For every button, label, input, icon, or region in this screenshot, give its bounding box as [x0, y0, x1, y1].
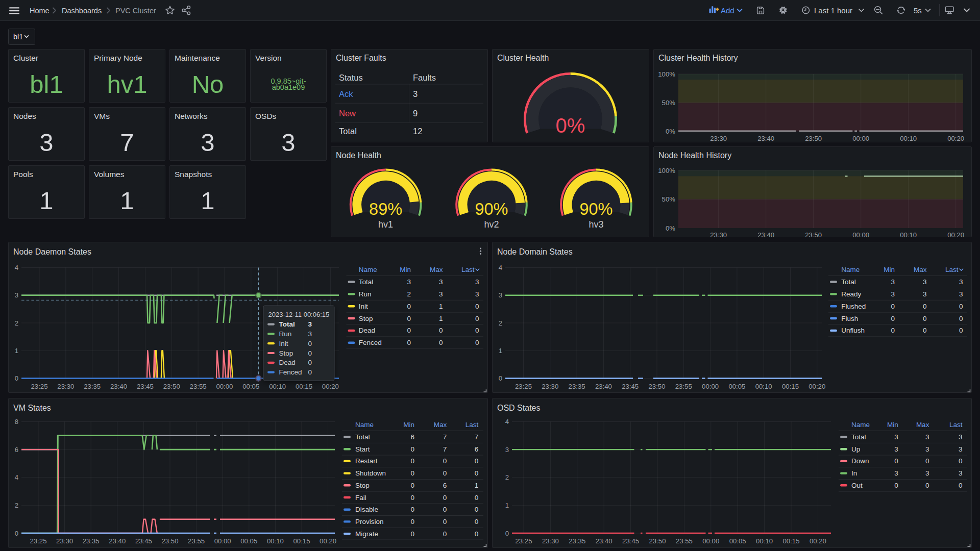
svg-text:Node Health: Node Health [336, 151, 381, 160]
svg-text:5s: 5s [914, 6, 922, 15]
svg-text:00:10: 00:10 [755, 383, 772, 390]
svg-text:23:50: 23:50 [648, 383, 665, 390]
svg-text:0: 0 [443, 518, 447, 525]
svg-text:0: 0 [923, 315, 927, 322]
svg-text:0: 0 [499, 374, 502, 382]
svg-text:3: 3 [281, 129, 295, 156]
svg-text:In: In [851, 469, 857, 477]
svg-text:1: 1 [499, 347, 502, 355]
svg-text:Stop: Stop [355, 482, 370, 489]
svg-text:00:00: 00:00 [852, 135, 869, 142]
svg-text:00:10: 00:10 [756, 537, 773, 545]
svg-text:1: 1 [120, 187, 134, 214]
svg-text:Cluster: Cluster [13, 54, 38, 62]
svg-text:0: 0 [410, 445, 414, 453]
svg-text:23:50: 23:50 [805, 135, 822, 142]
svg-text:7: 7 [475, 433, 479, 441]
svg-text:hv1: hv1 [378, 219, 393, 230]
svg-text:00:05: 00:05 [728, 383, 745, 390]
svg-text:00:15: 00:15 [782, 537, 799, 545]
svg-text:Cluster Health History: Cluster Health History [658, 54, 738, 62]
svg-text:3: 3 [505, 446, 509, 454]
svg-text:0: 0 [308, 340, 312, 347]
svg-text:Name: Name [355, 421, 374, 429]
svg-text:3: 3 [923, 290, 927, 298]
svg-text:0: 0 [410, 482, 414, 489]
svg-text:3: 3 [925, 433, 929, 441]
svg-text:23:30: 23:30 [56, 537, 73, 545]
svg-text:23:40: 23:40 [595, 383, 612, 390]
svg-text:23:40: 23:40 [110, 383, 127, 390]
svg-text:3: 3 [891, 278, 895, 286]
svg-text:Up: Up [851, 445, 860, 453]
svg-text:0: 0 [407, 339, 411, 346]
svg-text:Node Daemon States: Node Daemon States [13, 247, 91, 256]
svg-text:3: 3 [923, 278, 927, 286]
svg-text:0: 0 [475, 506, 479, 513]
svg-text:00:00: 00:00 [702, 383, 719, 390]
svg-text:7: 7 [443, 433, 447, 441]
svg-text:3: 3 [439, 278, 443, 286]
svg-text:23:35: 23:35 [84, 383, 101, 390]
svg-text:0: 0 [443, 506, 447, 513]
svg-text:00:00: 00:00 [702, 537, 719, 545]
svg-text:Min: Min [884, 266, 895, 273]
svg-text:0: 0 [923, 303, 927, 310]
svg-text:6: 6 [475, 445, 479, 453]
svg-text:100%: 100% [658, 167, 675, 174]
svg-text:VMs: VMs [94, 112, 110, 120]
svg-text:3: 3 [894, 433, 898, 441]
svg-text:23:55: 23:55 [675, 383, 692, 390]
svg-text:Flushed: Flushed [841, 303, 866, 310]
svg-text:6: 6 [410, 433, 414, 441]
svg-text:3: 3 [894, 445, 898, 453]
svg-text:Node Health History: Node Health History [658, 151, 731, 160]
svg-text:23:50: 23:50 [649, 537, 666, 545]
svg-text:90%: 90% [579, 200, 612, 218]
svg-text:Init: Init [359, 303, 368, 310]
svg-text:0: 0 [407, 303, 411, 310]
svg-text:00:20: 00:20 [320, 537, 336, 545]
svg-text:0: 0 [894, 482, 898, 489]
svg-text:Down: Down [851, 457, 869, 465]
svg-text:00:20: 00:20 [322, 383, 339, 390]
svg-text:00:10: 00:10 [900, 231, 917, 239]
svg-text:23:30: 23:30 [542, 383, 558, 390]
svg-text:00:05: 00:05 [729, 537, 746, 545]
svg-text:23:40: 23:40 [757, 135, 774, 142]
svg-text:0: 0 [475, 469, 479, 477]
svg-text:0: 0 [505, 530, 509, 537]
svg-text:Last: Last [945, 266, 959, 273]
svg-text:Node Domain States: Node Domain States [497, 247, 573, 256]
svg-text:No: No [192, 70, 224, 98]
svg-text:0: 0 [475, 518, 479, 525]
svg-text:Volumes: Volumes [94, 170, 125, 179]
svg-text:Dead: Dead [279, 359, 296, 366]
svg-text:00:10: 00:10 [269, 383, 286, 390]
svg-text:Stop: Stop [359, 315, 373, 322]
svg-text:00:10: 00:10 [900, 135, 917, 142]
svg-text:0: 0 [923, 327, 927, 334]
svg-text:23:45: 23:45 [622, 383, 639, 390]
svg-text:3: 3 [959, 290, 963, 298]
svg-text:0: 0 [475, 315, 479, 322]
svg-text:4: 4 [505, 418, 509, 425]
svg-text:7: 7 [443, 445, 447, 453]
svg-text:3: 3 [959, 469, 963, 477]
svg-text:23:40: 23:40 [109, 537, 126, 545]
svg-text:Nodes: Nodes [13, 112, 36, 120]
svg-text:90%: 90% [475, 200, 508, 218]
svg-text:2023-12-11 00:06:15: 2023-12-11 00:06:15 [268, 311, 330, 318]
svg-text:Total: Total [359, 278, 374, 286]
svg-text:Shutdown: Shutdown [355, 469, 386, 477]
svg-text:0: 0 [439, 339, 443, 346]
svg-text:0: 0 [475, 494, 479, 502]
svg-text:New: New [339, 109, 356, 118]
svg-text:3: 3 [959, 433, 963, 441]
svg-text:2: 2 [505, 473, 509, 481]
svg-text:Unflush: Unflush [841, 327, 865, 334]
svg-text:Max: Max [430, 266, 443, 273]
svg-text:0: 0 [443, 457, 447, 465]
svg-text:2: 2 [15, 502, 18, 509]
svg-text:3: 3 [959, 278, 963, 286]
